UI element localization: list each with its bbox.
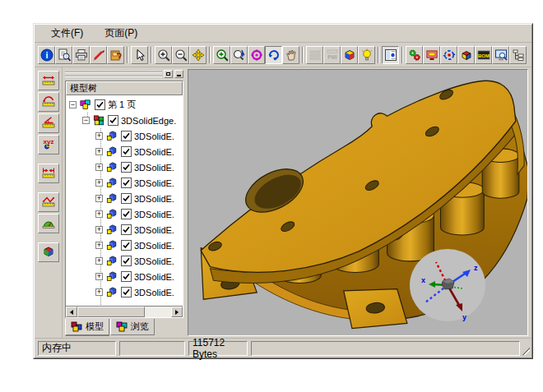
tree-checkbox[interactable] (121, 146, 132, 157)
scroll-left-button[interactable] (66, 307, 77, 317)
measure-curve-button[interactable] (38, 92, 59, 112)
print-preview-button[interactable] (55, 46, 72, 64)
tree-checkbox[interactable] (121, 224, 132, 235)
tree-item-label[interactable]: 第 1 页 (108, 99, 136, 111)
pan-arrows-button[interactable] (189, 46, 207, 64)
part-icon (105, 193, 118, 205)
tree-checkbox[interactable] (121, 209, 132, 219)
tree-checkbox[interactable] (108, 115, 118, 126)
tree-expander-minus[interactable]: − (69, 101, 77, 108)
tree-checkbox[interactable] (121, 271, 132, 282)
capture-button[interactable] (423, 46, 440, 64)
bom-button[interactable]: BOM (475, 46, 492, 64)
tree-item-label[interactable]: 3DSolidE. (134, 163, 174, 173)
3d-viewport[interactable]: z y x (188, 69, 528, 336)
tab-browse[interactable]: 浏览 (110, 319, 155, 335)
animation-button[interactable] (440, 46, 457, 64)
info-button[interactable]: i (38, 46, 55, 64)
panel-tabs: 模型 浏览 (65, 318, 183, 336)
menu-file[interactable]: 文件(F) (43, 25, 91, 42)
markup-pen-icon (92, 48, 105, 62)
render-mode-button[interactable] (341, 46, 358, 64)
zoom-out-button[interactable] (172, 46, 189, 64)
layers-button (306, 46, 323, 64)
measure-volume-button[interactable] (38, 242, 59, 262)
tree-expander-plus[interactable]: + (95, 132, 103, 140)
preview-window-button[interactable] (492, 46, 509, 64)
tree-item-label[interactable]: 3DSolidE. (134, 194, 174, 204)
panel-gripper[interactable] (65, 71, 162, 77)
zoom-window-button[interactable] (213, 46, 230, 64)
tree-expander-plus[interactable]: + (95, 210, 103, 218)
tree-item-label[interactable]: 3DSolidE. (134, 272, 174, 282)
tree-checkbox[interactable] (95, 99, 105, 110)
tree-checkbox[interactable] (121, 240, 132, 251)
zoom-cursor-button[interactable] (230, 46, 248, 64)
tree-expander-plus[interactable]: + (95, 257, 103, 265)
parts-config-button[interactable] (406, 46, 423, 64)
measure-area-button[interactable] (38, 214, 59, 233)
menu-page[interactable]: 页面(P) (96, 25, 146, 42)
scroll-right-button[interactable] (171, 307, 183, 317)
tree-item-label[interactable]: 3DSolidE. (134, 210, 174, 219)
tree-checkbox[interactable] (121, 131, 132, 141)
tree-expander-plus[interactable]: + (95, 226, 103, 233)
tree-item-label[interactable]: 3DSolidE. (134, 256, 174, 266)
tree-expander-plus[interactable]: + (95, 273, 103, 280)
tree-expander-plus[interactable]: + (95, 148, 103, 155)
resize-grip[interactable] (522, 347, 530, 355)
tree-item-label[interactable]: 3DSolidE. (134, 288, 174, 297)
zoom-in-button[interactable] (155, 46, 172, 64)
measure-curve-icon (42, 95, 55, 110)
tree-item-label[interactable]: 3DSolidE. (134, 225, 174, 235)
lighting-button[interactable] (358, 46, 375, 64)
tree-checkbox[interactable] (121, 287, 132, 297)
measure-min-distance-button[interactable] (38, 164, 59, 183)
scroll-track[interactable] (77, 307, 171, 317)
hand-pan-icon (285, 48, 298, 62)
print-button[interactable] (72, 46, 90, 64)
tree-row: +3DSolidE. (66, 191, 183, 206)
tree-expander-plus[interactable]: + (95, 164, 103, 171)
part-icon (105, 271, 118, 283)
tree-expander-plus[interactable]: + (95, 288, 103, 296)
rotate-center-button[interactable] (248, 46, 265, 64)
scroll-thumb[interactable] (77, 307, 145, 317)
hand-pan-button[interactable] (282, 46, 299, 64)
tree-checkbox[interactable] (121, 256, 132, 266)
panel-toggle-button[interactable] (382, 46, 399, 64)
measure-angle-button[interactable] (38, 113, 59, 133)
tree-expander-minus[interactable]: − (82, 117, 90, 124)
status-bar: 内存中 115712 Bytes (35, 338, 531, 357)
tree-checkbox[interactable] (121, 193, 132, 204)
export-button[interactable] (107, 46, 124, 64)
tree-checkbox[interactable] (121, 178, 132, 188)
select-cursor-button[interactable] (131, 46, 148, 64)
measure-polyline-button[interactable] (38, 192, 59, 212)
zoom-cursor-icon (233, 48, 246, 62)
markup-pen-button[interactable] (90, 46, 107, 64)
tree-expander-plus[interactable]: + (95, 242, 103, 249)
tree-item-label[interactable]: 3DSolidE. (134, 131, 174, 141)
part-icon (105, 131, 118, 142)
tree-checkbox[interactable] (121, 162, 132, 173)
tree-item-label[interactable]: 3DSolidEdge. (121, 116, 176, 126)
preview-window-icon (494, 48, 508, 62)
measure-distance-button[interactable] (38, 71, 59, 90)
tree-horizontal-scrollbar[interactable] (66, 306, 183, 317)
spin-button[interactable] (265, 46, 282, 64)
tree-row: +3DSolidE. (66, 175, 183, 191)
tree-expander-plus[interactable]: + (95, 179, 103, 187)
measure-coordinate-button[interactable]: xyz (38, 135, 59, 154)
structure-tree-button[interactable] (509, 46, 527, 64)
measure-coordinate-icon: xyz (42, 137, 55, 153)
panel-minimize-button[interactable] (174, 70, 183, 78)
tab-model[interactable]: 模型 (65, 319, 109, 336)
tree-item-label[interactable]: 3DSolidE. (134, 241, 174, 251)
tree-expander-plus[interactable]: + (95, 195, 103, 202)
tree-item-label[interactable]: 3DSolidE. (134, 147, 174, 157)
explode-button[interactable] (457, 46, 475, 64)
part-icon (105, 209, 118, 220)
tree-item-label[interactable]: 3DSolidE. (134, 178, 174, 188)
panel-maximize-button[interactable] (164, 70, 173, 78)
